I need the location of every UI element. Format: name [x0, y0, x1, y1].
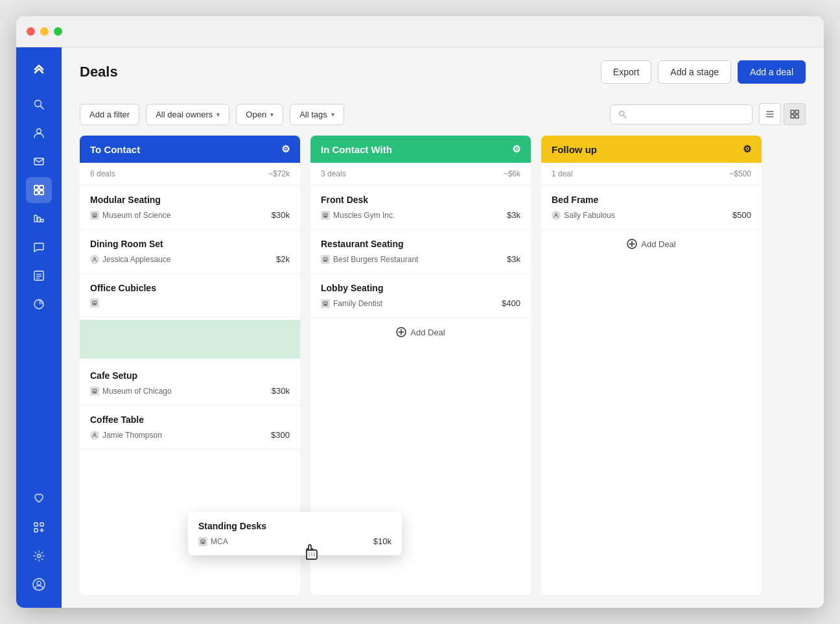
- tags-label: All tags: [299, 110, 327, 119]
- deal-meta: Sally Fabulous $500: [552, 210, 751, 220]
- column-gear-icon-follow-up[interactable]: ⚙: [743, 143, 751, 155]
- org-name: Museum of Science: [102, 211, 170, 220]
- search-input[interactable]: [632, 110, 744, 119]
- svg-point-38: [94, 258, 96, 259]
- deal-org: [90, 298, 102, 307]
- add-stage-button[interactable]: Add a stage: [658, 60, 731, 84]
- deal-card[interactable]: Front Desk Muscles Gym Inc. $3k: [310, 186, 531, 230]
- grid-view-icon: [790, 110, 799, 119]
- deal-amount: $400: [502, 298, 520, 308]
- sidebar-item-contacts[interactable]: [26, 120, 52, 146]
- drag-card-org: MCA: [198, 537, 228, 546]
- close-button[interactable]: [27, 27, 35, 36]
- page-title: Deals: [80, 64, 118, 80]
- sidebar-item-chat[interactable]: [26, 234, 52, 260]
- maximize-button[interactable]: [54, 27, 62, 36]
- sidebar-item-reports[interactable]: [26, 263, 52, 289]
- deal-amount: $500: [732, 210, 751, 220]
- org-name: Museum of Chicago: [102, 387, 172, 396]
- deal-meta: Jessica Applesauce $2k: [90, 254, 290, 264]
- deal-total-to-contact: ~$72k: [268, 169, 290, 178]
- add-deal-button[interactable]: Add a deal: [738, 60, 806, 84]
- deal-card[interactable]: Office Cubicles: [80, 274, 300, 317]
- deal-org: Museum of Science: [90, 211, 170, 220]
- deal-owners-filter[interactable]: All deal owners ▾: [146, 104, 229, 125]
- svg-rect-51: [325, 215, 326, 217]
- sidebar-item-email[interactable]: [26, 149, 52, 174]
- building-icon: [90, 387, 99, 396]
- column-gear-icon-in-contact[interactable]: ⚙: [512, 143, 520, 155]
- drop-zone: [80, 320, 300, 359]
- svg-rect-11: [34, 271, 43, 280]
- deal-card[interactable]: Restaurant Seating Best Burgers Restaura…: [310, 230, 531, 274]
- deal-org: Family Dentist: [321, 299, 382, 308]
- deal-title: Restaurant Seating: [321, 239, 520, 249]
- add-deal-follow-up-button[interactable]: Add Deal: [541, 230, 762, 258]
- sidebar-item-analytics[interactable]: [26, 291, 52, 317]
- person-icon: [90, 255, 99, 264]
- svg-rect-59: [326, 258, 327, 259]
- deal-card[interactable]: Bed Frame Sally Fabulous $500: [541, 186, 762, 230]
- svg-rect-54: [326, 214, 327, 215]
- plus-circle-icon: [396, 327, 406, 337]
- svg-rect-42: [93, 302, 94, 302]
- list-view-icon: [765, 110, 775, 119]
- svg-rect-17: [40, 523, 43, 526]
- column-gear-icon-to-contact[interactable]: ⚙: [281, 143, 290, 155]
- sidebar-item-profile[interactable]: [26, 571, 52, 597]
- svg-rect-47: [93, 390, 94, 390]
- building-icon: [321, 211, 330, 220]
- svg-rect-31: [791, 115, 794, 118]
- view-toggle: [759, 103, 806, 125]
- building-icon: [90, 298, 99, 307]
- column-title-in-contact: In Contact With: [321, 144, 392, 155]
- sidebar-logo[interactable]: [27, 58, 51, 81]
- deal-card[interactable]: Modular Seating Museum of Science $30k: [80, 186, 300, 230]
- deal-card[interactable]: Lobby Seating Family Dentist $400: [310, 274, 531, 318]
- sidebar: [16, 47, 62, 608]
- grid-view-button[interactable]: [784, 103, 806, 125]
- svg-rect-75: [202, 540, 202, 541]
- svg-rect-58: [324, 258, 325, 259]
- svg-rect-7: [40, 191, 43, 195]
- deal-org: Muscles Gym Inc.: [321, 211, 395, 220]
- export-button[interactable]: Export: [601, 60, 651, 84]
- status-filter[interactable]: Open ▾: [236, 104, 283, 125]
- list-view-button[interactable]: [759, 103, 781, 125]
- search-icon: [618, 110, 627, 119]
- deal-count-to-contact: 6 deals: [90, 169, 115, 178]
- svg-point-49: [94, 433, 96, 435]
- sidebar-item-search[interactable]: [26, 91, 52, 117]
- column-title-follow-up: Follow up: [552, 144, 597, 155]
- sidebar-item-deals[interactable]: [26, 177, 52, 203]
- column-title-to-contact: To Contact: [90, 144, 140, 155]
- deal-meta: Museum of Chicago $30k: [90, 386, 290, 396]
- sidebar-item-apps[interactable]: [26, 514, 52, 540]
- deal-card[interactable]: Cafe Setup Museum of Chicago $30k: [80, 361, 300, 405]
- add-deal-in-contact-button[interactable]: Add Deal: [310, 318, 531, 346]
- svg-rect-53: [324, 214, 325, 215]
- deal-amount: $30k: [272, 210, 290, 220]
- deal-total-in-contact: ~$6k: [504, 169, 520, 178]
- sidebar-item-favorites[interactable]: [26, 486, 52, 512]
- deal-card[interactable]: Coffee Table Jamie Thompson $300: [80, 405, 300, 450]
- svg-rect-74: [203, 542, 204, 544]
- add-filter-button[interactable]: Add a filter: [80, 104, 139, 125]
- deal-org: Best Burgers Restaurant: [321, 255, 418, 264]
- tags-filter[interactable]: All tags ▾: [290, 104, 344, 125]
- sidebar-item-pipeline[interactable]: [26, 206, 52, 232]
- svg-rect-73: [202, 542, 204, 544]
- sidebar-item-settings[interactable]: [26, 543, 52, 569]
- kanban-board: To Contact ⚙ 6 deals ~$72k Modular Seati…: [62, 136, 824, 608]
- deal-title: Coffee Table: [90, 414, 290, 425]
- drag-card-amount: $10k: [373, 536, 391, 546]
- deal-card[interactable]: Dining Room Set Jessica Applesauce $2k: [80, 230, 300, 274]
- org-name: Jamie Thompson: [102, 431, 162, 440]
- chevron-down-icon: ▾: [331, 111, 334, 118]
- deal-total-follow-up: ~$500: [729, 169, 751, 178]
- building-icon: [90, 211, 99, 220]
- org-name: Family Dentist: [333, 299, 382, 308]
- deal-title: Cafe Setup: [90, 370, 290, 381]
- minimize-button[interactable]: [40, 27, 49, 36]
- svg-point-21: [38, 555, 41, 558]
